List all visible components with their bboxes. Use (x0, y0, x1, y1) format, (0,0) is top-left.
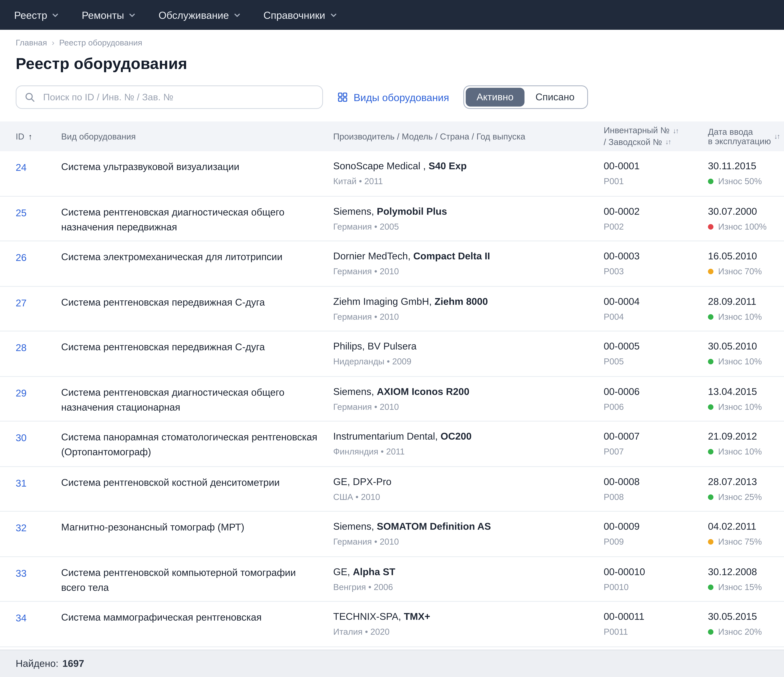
cell-equipment-type: Система рентгеновская передвижная С-дуга (61, 286, 333, 331)
cell-id: 29 (16, 377, 61, 421)
table-row[interactable]: 24 Система ультразвуковой визуализации S… (0, 151, 784, 196)
row-id-link[interactable]: 26 (16, 252, 26, 263)
sort-icon: ↓↑ (774, 132, 779, 140)
equipment-registry-app: Реестр Ремонты Обслуживание Справочники … (0, 0, 784, 677)
inventory-number: 00-0001 (604, 160, 697, 172)
equipment-types-link[interactable]: Виды оборудования (337, 92, 449, 103)
search-box[interactable] (16, 85, 323, 109)
table-row[interactable]: 29 Система рентгеновская диагностическая… (0, 377, 784, 422)
cell-manufacturer: Philips, BV Pulsera Нидерланды • 2009 (333, 331, 604, 376)
table-row[interactable]: 27 Система рентгеновская передвижная С-д… (0, 286, 784, 332)
chevron-down-icon (128, 11, 137, 19)
wear-dot (708, 584, 714, 590)
cell-manufacturer: SonoScape Medical , S40 Exp Китай • 2011 (333, 151, 604, 196)
sort-icon: ↓↑ (665, 137, 670, 147)
sort-icon: ↓↑ (673, 126, 678, 135)
status-filter-toggle: Активно Списано (463, 85, 588, 109)
cell-equipment-type: Система рентгеновская передвижная С-дуга (61, 331, 333, 376)
wear-dot (708, 629, 714, 635)
cell-id: 26 (16, 241, 61, 286)
manufacturer-text: Ziehm Imaging GmbH, (333, 296, 432, 307)
cell-inventory: 00-0007 Р007 (604, 422, 708, 466)
manufacturer-text: Philips, BV Pulsera (333, 341, 417, 352)
row-id-link[interactable]: 31 (16, 478, 26, 489)
row-id-link[interactable]: 34 (16, 613, 26, 624)
cell-id: 30 (16, 422, 61, 466)
cell-equipment-type: Система панорамная стоматологическая рен… (61, 422, 333, 466)
serial-number: Р0011 (604, 627, 697, 637)
column-header-date[interactable]: Дата ввода в эксплуатацию ↓↑ (708, 127, 784, 146)
chevron-down-icon (329, 11, 338, 19)
cell-id: 33 (16, 557, 61, 601)
country-year-text: Китай • 2011 (333, 177, 593, 187)
cell-inventory: 00-0006 Р006 (604, 377, 708, 421)
table-body: 24 Система ультразвуковой визуализации S… (0, 151, 784, 647)
wear-text: Износ 10% (718, 312, 762, 322)
model-text: OC200 (440, 431, 471, 442)
nav-menu-directories[interactable]: Справочники (263, 9, 338, 21)
cell-manufacturer: Siemens, Polymobil Plus Германия • 2005 (333, 196, 604, 241)
cell-id: 32 (16, 512, 61, 556)
sort-ascending-icon: ↑ (28, 132, 32, 141)
manufacturer-text: Siemens, (333, 386, 374, 397)
row-id-link[interactable]: 32 (16, 523, 26, 534)
table-row[interactable]: 25 Система рентгеновская диагностическая… (0, 196, 784, 242)
cell-inventory: 00-0005 Р005 (604, 331, 708, 376)
cell-id: 24 (16, 151, 61, 196)
cell-commission-date: 04.02.2011 Износ 75% (708, 512, 784, 556)
table-row[interactable]: 28 Система рентгеновская передвижная С-д… (0, 331, 784, 377)
row-id-link[interactable]: 29 (16, 388, 26, 399)
cell-inventory: 00-0002 Р002 (604, 196, 708, 241)
row-id-link[interactable]: 25 (16, 207, 26, 218)
table-row[interactable]: 32 Магнитно-резонансный томограф (МРТ) S… (0, 512, 784, 557)
commission-date: 04.02.2011 (708, 520, 784, 533)
row-id-link[interactable]: 27 (16, 297, 26, 308)
wear-dot (708, 359, 714, 365)
manufacturer-text: Dornier MedTech, (333, 251, 411, 262)
search-input[interactable] (42, 91, 314, 103)
wear-dot (708, 404, 714, 410)
toggle-written-off[interactable]: Списано (524, 88, 585, 107)
row-id-link[interactable]: 30 (16, 433, 26, 444)
table-row[interactable]: 31 Система рентгеновской костной денсито… (0, 467, 784, 512)
model-text: AXIOM Iconos R200 (377, 386, 469, 397)
cell-manufacturer: Ziehm Imaging GmbH, Ziehm 8000 Германия … (333, 286, 604, 331)
search-icon (24, 92, 35, 102)
cell-manufacturer: Instrumentarium Dental, OC200 Финляндия … (333, 422, 604, 466)
cell-commission-date: 21.09.2012 Износ 10% (708, 422, 784, 466)
cell-commission-date: 30.05.2010 Износ 10% (708, 331, 784, 376)
commission-date: 30.07.2000 (708, 205, 784, 218)
column-header-inventory[interactable]: Инвентарный № ↓↑ / Заводской № ↓↑ (604, 125, 708, 148)
nav-menu-repairs[interactable]: Ремонты (82, 9, 137, 21)
inventory-number: 00-0003 (604, 250, 697, 262)
table-row[interactable]: 33 Система рентгеновской компьютерной то… (0, 557, 784, 602)
cell-id: 25 (16, 196, 61, 241)
table-row[interactable]: 26 Система электромеханическая для литот… (0, 241, 784, 286)
country-year-text: США • 2010 (333, 492, 593, 502)
country-year-text: Германия • 2010 (333, 402, 593, 412)
toggle-active[interactable]: Активно (465, 88, 524, 107)
nav-menu-registry[interactable]: Реестр (14, 9, 60, 21)
wear-dot (708, 494, 714, 500)
cell-manufacturer: GE, Alpha ST Венгрия • 2006 (333, 557, 604, 601)
country-year-text: Германия • 2010 (333, 312, 593, 322)
found-count: 1697 (62, 658, 84, 669)
nav-menu-maintenance[interactable]: Обслуживание (159, 9, 241, 21)
row-id-link[interactable]: 28 (16, 342, 26, 353)
model-text: Alpha ST (353, 566, 395, 577)
manufacturer-text: GE, (333, 566, 350, 577)
row-id-link[interactable]: 24 (16, 162, 26, 173)
manufacturer-text: Siemens, (333, 206, 374, 217)
wear-text: Износ 50% (718, 177, 762, 187)
nav-menu-directories-label: Справочники (263, 9, 325, 21)
table-row[interactable]: 30 Система панорамная стоматологическая … (0, 422, 784, 467)
cell-manufacturer: Dornier MedTech, Compact Delta II Герман… (333, 241, 604, 286)
wear-text: Износ 75% (718, 537, 762, 547)
manufacturer-text: SonoScape Medical , (333, 161, 426, 172)
breadcrumb-home[interactable]: Главная (16, 37, 47, 47)
page-title: Реестр оборудования (16, 54, 187, 73)
table-row[interactable]: 34 Система маммографическая рентгеновска… (0, 602, 784, 647)
inventory-number: 00-0008 (604, 475, 697, 488)
row-id-link[interactable]: 33 (16, 568, 26, 579)
column-header-id[interactable]: ID ↑ (16, 132, 61, 141)
